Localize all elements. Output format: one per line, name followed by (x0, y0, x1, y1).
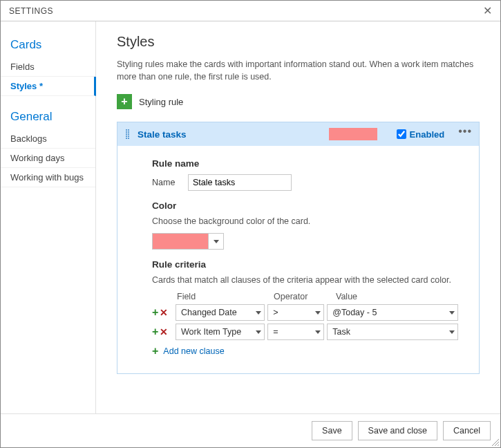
criteria-section-title: Rule criteria (152, 259, 458, 270)
sidebar-section-general: General (1, 106, 95, 129)
value-select[interactable]: Task (327, 324, 458, 340)
operator-select[interactable]: > (267, 304, 324, 321)
remove-clause-icon[interactable]: ✕ (160, 308, 168, 317)
col-value: Value (336, 292, 458, 301)
save-and-close-button[interactable]: Save and close (358, 421, 437, 440)
add-styling-rule[interactable]: + Styling rule (117, 94, 480, 109)
rule-header-swatch (329, 128, 377, 140)
enabled-toggle[interactable]: Enabled (397, 129, 445, 140)
color-picker[interactable] (152, 233, 224, 250)
caret-down-icon (449, 330, 455, 334)
caret-down-icon (214, 240, 219, 243)
sidebar-item-working-with-bugs[interactable]: Working with bugs (1, 168, 95, 187)
plus-icon[interactable]: + (117, 94, 132, 109)
caret-down-icon (449, 311, 455, 315)
operator-select[interactable]: = (267, 324, 324, 340)
dialog-body: Cards Fields Styles * General Backlogs W… (1, 21, 500, 413)
sidebar-item-fields[interactable]: Fields (1, 57, 95, 77)
sidebar-section-cards: Cards (1, 34, 95, 57)
field-select[interactable]: Work Item Type (176, 324, 265, 340)
sidebar-item-styles[interactable]: Styles * (1, 77, 96, 96)
cancel-button[interactable]: Cancel (443, 421, 491, 440)
save-button[interactable]: Save (312, 421, 352, 440)
drag-handle-icon[interactable] (124, 129, 131, 139)
caret-down-icon (315, 330, 321, 334)
titlebar: SETTINGS ✕ (1, 1, 500, 21)
sidebar-item-backlogs[interactable]: Backlogs (1, 129, 95, 149)
criteria-row: + ✕ Work Item Type = Task (152, 324, 458, 340)
add-clause-icon[interactable]: + (152, 326, 158, 337)
resize-handle-icon[interactable] (491, 438, 499, 446)
add-new-clause[interactable]: + Add new clause (152, 346, 458, 357)
remove-clause-icon[interactable]: ✕ (160, 327, 168, 337)
add-clause-icon[interactable]: + (152, 307, 158, 318)
col-field: Field (177, 292, 274, 301)
rule-header[interactable]: Stale tasks Enabled ••• (117, 122, 479, 146)
more-icon[interactable]: ••• (458, 125, 472, 138)
window-title: SETTINGS (9, 6, 53, 16)
add-rule-label: Styling rule (139, 97, 183, 107)
criteria-section-desc: Cards that match all clauses of the crit… (152, 275, 458, 285)
caret-down-icon (315, 311, 321, 315)
dialog-footer: Save Save and close Cancel (1, 413, 500, 447)
enabled-label: Enabled (410, 129, 445, 140)
criteria-row: + ✕ Changed Date > @Today - 5 (152, 304, 458, 321)
criteria-columns-header: Field Operator Value (152, 292, 458, 301)
main-panel: Styles Styling rules make the cards with… (96, 21, 500, 413)
plus-icon: + (152, 346, 158, 357)
close-icon[interactable]: ✕ (480, 4, 495, 17)
value-select[interactable]: @Today - 5 (327, 304, 458, 321)
rule-card: Stale tasks Enabled ••• Rule name Name (117, 122, 480, 374)
sidebar: Cards Fields Styles * General Backlogs W… (1, 21, 96, 413)
rule-body: Rule name Name Color Choose the backgrou… (117, 146, 479, 373)
rule-header-name: Stale tasks (138, 129, 187, 140)
page-title: Styles (117, 34, 480, 50)
sidebar-item-working-days[interactable]: Working days (1, 149, 95, 168)
enabled-checkbox[interactable] (397, 129, 406, 139)
svg-line-2 (498, 445, 499, 446)
caret-down-icon (256, 330, 261, 334)
settings-dialog: SETTINGS ✕ Cards Fields Styles * General… (0, 0, 501, 448)
rule-name-section-title: Rule name (152, 158, 458, 169)
color-section-title: Color (152, 200, 458, 211)
col-operator: Operator (274, 292, 336, 301)
color-swatch (153, 234, 208, 249)
rule-name-input[interactable] (188, 174, 292, 191)
page-description: Styling rules make the cards with import… (117, 58, 480, 83)
color-dropdown-button[interactable] (208, 234, 223, 249)
caret-down-icon (256, 311, 261, 315)
add-clause-label: Add new clause (163, 346, 224, 356)
name-field-label: Name (152, 178, 180, 187)
field-select[interactable]: Changed Date (176, 304, 265, 321)
color-section-desc: Choose the background color of the card. (152, 216, 458, 226)
